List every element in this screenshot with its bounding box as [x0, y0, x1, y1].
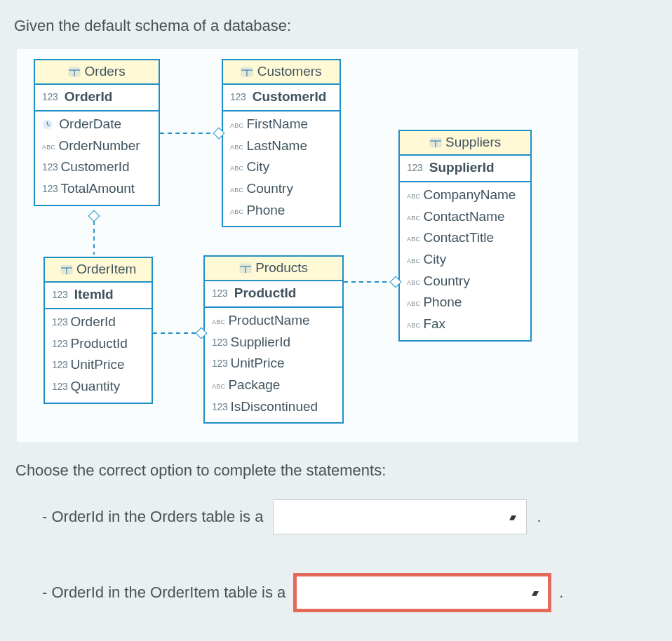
- columns-list: OrderDate ABCOrderNumber 123CustomerId 1…: [35, 112, 159, 205]
- chevron-updown-icon: ▴▾: [509, 512, 513, 522]
- type-badge-abc: ABC: [42, 144, 55, 152]
- entity-customers: Customers 123 CustomerId ABCFirstName AB…: [222, 59, 341, 227]
- pk-name: OrderId: [65, 89, 113, 104]
- type-badge-abc: ABC: [230, 187, 243, 195]
- type-badge-abc: ABC: [212, 318, 225, 327]
- type-badge-abc: ABC: [230, 144, 243, 152]
- column: 123CustomerId: [42, 157, 152, 179]
- type-badge-abc: ABC: [407, 322, 420, 330]
- column: 123SupplierId: [212, 332, 335, 354]
- entity-products: Products 123 ProductId ABCProductName 12…: [203, 255, 344, 424]
- column-name: CompanyName: [423, 187, 516, 202]
- columns-list: ABCProductName 123SupplierId 123UnitPric…: [205, 308, 342, 422]
- column: ABCCountry: [230, 179, 332, 201]
- entity-suppliers: Suppliers 123 SupplierId ABCCompanyName …: [398, 130, 532, 342]
- type-badge-123: 123: [52, 337, 67, 350]
- type-badge-123: 123: [42, 161, 58, 173]
- type-badge-abc: ABC: [407, 236, 420, 244]
- entity-title-text: Orders: [85, 64, 126, 79]
- statement-1: - OrderId in the Orders table is a ▴▾ .: [42, 499, 658, 534]
- type-badge-123: 123: [212, 400, 227, 413]
- column-name: Fax: [423, 316, 445, 331]
- page-root: Given the default schema of a database: …: [0, 0, 672, 641]
- statement-2: - OrderId in the OrderItem table is a ▴▾…: [42, 575, 658, 610]
- type-badge-abc: ABC: [407, 279, 420, 288]
- primary-key: 123 OrderId: [35, 85, 159, 112]
- type-badge-abc: ABC: [407, 215, 420, 223]
- column-name: IsDiscontinued: [230, 399, 318, 414]
- column: 123ProductId: [52, 334, 145, 356]
- column-name: ContactName: [423, 209, 504, 224]
- entity-title: Suppliers: [400, 131, 530, 156]
- type-badge-abc: ABC: [212, 383, 225, 391]
- column: ABCCompanyName: [407, 185, 523, 207]
- pk-name: SupplierId: [429, 160, 495, 175]
- entity-title-text: OrderItem: [76, 262, 137, 276]
- prompt-text: Choose the correct option to complete th…: [15, 461, 658, 480]
- column-name: OrderId: [70, 314, 115, 329]
- type-badge-abc: ABC: [407, 300, 420, 309]
- entity-title: Orders: [35, 60, 159, 85]
- column-name: Quantity: [70, 379, 120, 393]
- column-name: OrderDate: [59, 116, 121, 131]
- column-name: LastName: [246, 138, 307, 153]
- column: ABCPhone: [230, 201, 332, 222]
- column: ABCCity: [230, 157, 332, 179]
- column-name: TotalAmount: [60, 181, 135, 196]
- entity-title: Customers: [223, 60, 340, 85]
- columns-list: 123OrderId 123ProductId 123UnitPrice 123…: [45, 309, 152, 403]
- column: ABCContactName: [407, 207, 523, 229]
- column: ABCContactTitle: [407, 228, 523, 250]
- column-name: OrderNumber: [58, 138, 140, 153]
- column-name: ProductId: [70, 336, 127, 351]
- type-badge-123: 123: [52, 289, 67, 300]
- column-name: Package: [228, 377, 280, 392]
- column: ABCPackage: [212, 375, 335, 397]
- column: ABCProductName: [212, 311, 335, 332]
- column: 123IsDiscontinued: [212, 397, 335, 419]
- answer-select-2[interactable]: ▴▾: [295, 575, 549, 610]
- type-badge-123: 123: [52, 380, 67, 393]
- pk-name: ProductId: [234, 285, 297, 300]
- rel-diamond: [88, 210, 100, 222]
- column: 123TotalAmount: [42, 179, 152, 201]
- column: ABCOrderNumber: [42, 136, 152, 158]
- column: ABCFirstName: [230, 114, 332, 136]
- answer-select-1[interactable]: ▴▾: [273, 499, 527, 534]
- column: ABCLastName: [230, 136, 332, 158]
- type-badge-123: 123: [212, 336, 227, 349]
- clock-icon: [42, 117, 53, 128]
- pk-name: ItemId: [74, 287, 114, 302]
- type-badge-abc: ABC: [407, 257, 420, 266]
- table-icon: [429, 137, 442, 148]
- type-badge-123: 123: [230, 91, 246, 102]
- type-badge-123: 123: [42, 91, 58, 102]
- columns-list: ABCCompanyName ABCContactName ABCContact…: [400, 182, 530, 340]
- chevron-updown-icon: ▴▾: [532, 588, 536, 598]
- column: 123OrderId: [52, 312, 145, 334]
- entity-title: OrderItem: [45, 258, 152, 283]
- type-badge-abc: ABC: [230, 165, 243, 173]
- column-name: City: [423, 252, 446, 266]
- column-name: FirstName: [246, 116, 308, 131]
- period: .: [559, 583, 563, 602]
- table-icon: [241, 67, 253, 77]
- column-name: Country: [246, 181, 293, 196]
- table-icon: [68, 67, 81, 77]
- primary-key: 123 SupplierId: [400, 156, 530, 182]
- column: 123UnitPrice: [212, 353, 335, 375]
- type-badge-abc: ABC: [230, 208, 243, 217]
- column: 123UnitPrice: [52, 355, 145, 377]
- statement-text: - OrderId in the OrderItem table is a: [42, 583, 285, 602]
- entity-title: Products: [205, 257, 342, 281]
- column-name: UnitPrice: [70, 357, 124, 372]
- pk-name: CustomerId: [253, 89, 327, 104]
- entity-orders: Orders 123 OrderId OrderDate ABCOrderNum…: [34, 59, 160, 206]
- column-name: Country: [423, 274, 470, 288]
- column: 123Quantity: [52, 377, 145, 398]
- period: .: [537, 508, 541, 526]
- type-badge-123: 123: [52, 316, 67, 328]
- column: ABCPhone: [407, 292, 523, 314]
- type-badge-123: 123: [407, 162, 422, 173]
- column: ABCFax: [407, 314, 523, 336]
